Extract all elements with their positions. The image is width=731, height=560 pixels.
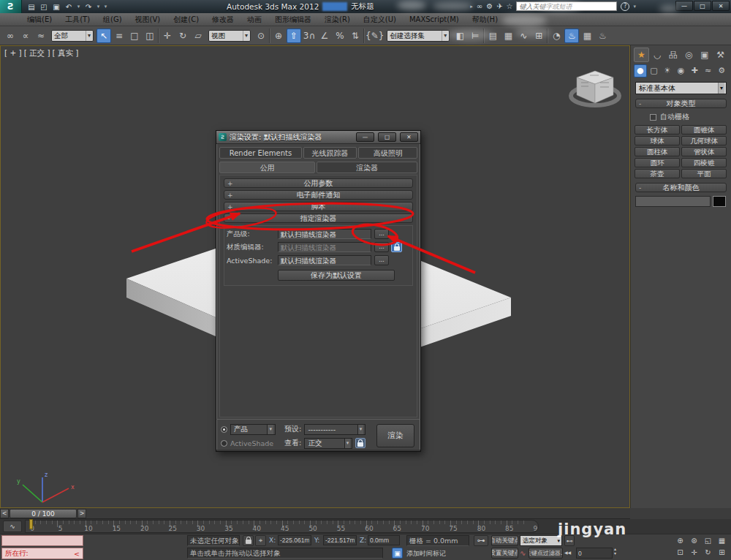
search-binoculars-icon[interactable]: ∞ [477,2,482,10]
production-radio[interactable] [221,426,227,433]
communication-icon[interactable]: ✈ [496,2,502,10]
separator[interactable] [158,29,159,43]
select-object-icon[interactable]: ↖ [96,29,111,43]
object-type-button[interactable]: 圆锥体 [681,125,727,135]
zoom-extents-all-icon[interactable]: ▦ [716,536,728,546]
lock-view-button[interactable] [355,438,366,448]
tab-utilities-icon[interactable]: ⚒ [713,48,728,62]
auto-key-button[interactable]: 自动关键点 [491,535,518,546]
time-slider-handle[interactable]: 0 / 100 [10,509,77,518]
object-type-rollout[interactable]: - 对象类型 [635,99,727,108]
activeshade-radio[interactable] [221,440,227,447]
view-dropdown[interactable]: 正交 ▾ [304,438,352,449]
object-type-button[interactable]: 管状体 [681,147,727,156]
previous-frame-button[interactable]: < [0,509,9,518]
subcategory-dropdown[interactable]: 标准基本体 ▾ [635,82,727,94]
redo-icon[interactable]: ↷ [83,3,94,11]
collapsed-rollout[interactable]: + 脚本 [224,202,413,211]
select-and-scale-icon[interactable]: ▱ [191,29,205,43]
bind-to-space-warp-icon[interactable]: ≈ [34,29,48,43]
time-tag-toggle-icon[interactable]: ▣ [392,548,403,559]
menu-item[interactable]: 渲染(R) [318,13,357,26]
menu-item[interactable]: 修改器 [205,13,240,26]
object-type-button[interactable]: 茶壶 [635,169,680,178]
menu-item[interactable]: 组(G) [96,13,129,26]
choose-renderer-button[interactable]: ... [374,229,389,239]
zoom-region-icon[interactable]: ⊡ [674,548,686,558]
object-name-field[interactable] [635,196,711,207]
object-type-button[interactable]: 几何球体 [681,136,727,145]
absolute-mode-icon[interactable]: ⌖ [255,535,266,546]
cat-shapes-icon[interactable]: ▢ [648,64,661,77]
tab-motion-icon[interactable]: ◎ [681,48,697,62]
spin-down-icon[interactable]: ▾ [614,551,616,556]
zoom-all-icon[interactable]: ⊛ [688,536,700,546]
menu-item[interactable]: 工具(T) [58,13,96,26]
menu-item[interactable]: 视图(V) [129,13,167,26]
save-as-defaults-button[interactable]: 保存为默认设置 [278,270,395,281]
cat-geometry-icon[interactable]: ● [634,64,647,77]
dialog-title-bar[interactable]: Ƨ 渲染设置: 默认扫描线渲染器 — □ ✕ [216,131,420,144]
rendered-frame-icon[interactable]: ▦ [580,29,594,43]
name-color-rollout[interactable]: - 名称和颜色 [635,183,727,192]
cat-systems-icon[interactable]: ⚙ [715,64,728,77]
render-production-icon[interactable]: ♨ [595,29,610,43]
tab-hierarchy-icon[interactable]: 品 [665,48,681,62]
help-icon[interactable]: ? [621,2,629,11]
object-type-button[interactable]: 球体 [635,136,680,145]
new-file-icon[interactable]: ▤ [26,3,37,11]
selection-lock-toggle[interactable] [243,535,254,546]
lock-to-production-button[interactable] [391,242,402,252]
graphite-ribbon-icon[interactable]: ▦ [501,29,515,43]
subscription-icon[interactable]: ⚙ [486,2,493,10]
track-bar[interactable]: 051015202530354045505560657075808590 [25,520,539,533]
preset-dropdown[interactable]: ----------- ▾ [304,424,366,435]
current-frame-marker[interactable] [29,519,33,529]
viewport-pov-menu[interactable]: [ 正交 ] [24,48,50,58]
tab-display-icon[interactable]: ▣ [697,48,713,62]
separator[interactable] [483,29,485,43]
key-filters-button[interactable]: 关键点过滤器... [529,548,563,559]
orbit-icon[interactable]: ↻ [702,548,714,558]
schematic-view-icon[interactable]: ⊞ [531,29,546,43]
menu-item[interactable]: 动画 [240,13,268,26]
cat-lights-icon[interactable]: ☀ [661,64,674,77]
menu-item[interactable]: 编辑(E) [20,13,58,26]
dialog-minimize-button[interactable]: — [356,132,374,142]
select-and-rotate-icon[interactable]: ↻ [175,29,190,43]
previous-key-icon[interactable]: ◀◀ [564,550,571,555]
menu-item[interactable]: 帮助(H) [466,13,504,26]
cat-spacewarps-icon[interactable]: ≈ [702,64,715,77]
tab-modify-icon[interactable]: ◡ [650,48,665,62]
render-setup-icon[interactable]: ♨ [564,29,579,43]
minimize-button[interactable]: — [675,1,693,11]
open-file-icon[interactable]: ◰ [39,3,49,11]
reference-coordinate-dropdown[interactable]: 视图 [208,30,251,42]
angle-snap-icon[interactable]: ∠ [317,29,332,43]
object-type-button[interactable]: 圆柱体 [635,147,680,156]
cat-helpers-icon[interactable]: ✚ [688,64,701,77]
select-and-manipulate-icon[interactable]: ⊕ [271,29,286,43]
collapsed-rollout[interactable]: + 电子邮件通知 [224,190,413,200]
frame-spinner[interactable]: ▴ ▾ [614,547,616,556]
tab-create-icon[interactable]: ★ [634,48,649,62]
unlink-selection-icon[interactable]: ∝ [18,29,33,43]
favorites-star-icon[interactable]: ☆ [507,2,513,10]
named-selection-sets-icon[interactable]: {✎} [366,29,384,43]
undo-dropdown-icon[interactable]: ▾ [76,4,81,10]
tab-advanced-lighting[interactable]: 高级照明 [358,147,417,159]
dialog-maximize-button[interactable]: □ [378,132,396,142]
curve-editor-icon[interactable]: ∿ [516,29,531,43]
align-icon[interactable]: ⊨ [468,29,482,43]
menu-item[interactable]: 图形编辑器 [268,13,318,26]
percent-snap-icon[interactable]: % [333,29,347,43]
snap-toggle-3d-icon[interactable]: 3∩ [302,29,317,43]
tab-renderer[interactable]: 渲染器 [317,162,417,173]
assign-renderer-rollout[interactable]: - 指定渲染器 [224,213,413,223]
app-logo-icon[interactable]: Ƨ [0,0,22,13]
layer-manager-icon[interactable]: ▤ [485,29,500,43]
separator[interactable] [363,29,365,43]
z-coordinate-field[interactable] [368,535,400,545]
set-key-button[interactable]: 设置关键点 [491,548,518,559]
dialog-close-button[interactable]: ✕ [400,132,418,142]
